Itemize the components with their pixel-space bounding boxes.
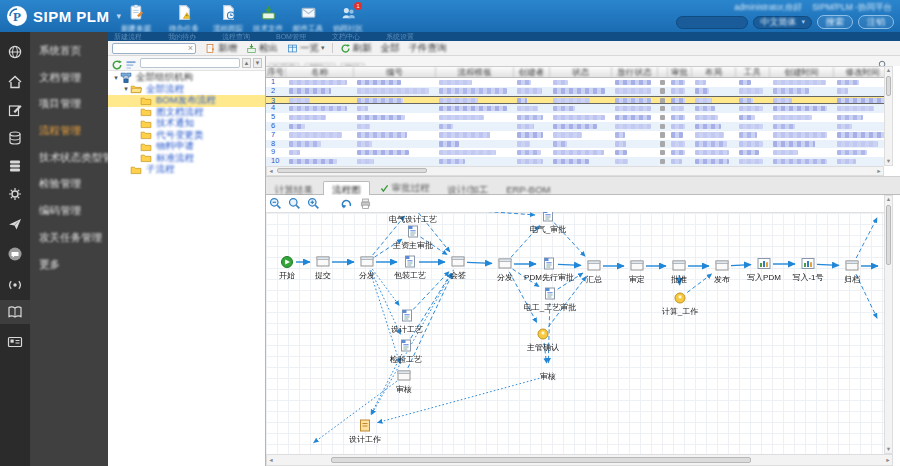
table-row-5[interactable]: 5: [266, 113, 884, 122]
table-row-9[interactable]: 9: [266, 148, 884, 157]
sidebar-item-8[interactable]: 更多: [39, 258, 60, 272]
module-strip-item-1[interactable]: 我的待办: [168, 32, 196, 42]
sidebar-item-7[interactable]: 攻关任务管理: [39, 231, 102, 245]
tree-filter-input[interactable]: [140, 58, 240, 68]
flow-toolbar: [266, 195, 884, 212]
logout-button[interactable]: 注销: [858, 15, 894, 29]
header-tool-new-doc[interactable]: 新建单据: [114, 4, 158, 34]
tree-expand-icon[interactable]: ▾: [122, 85, 130, 93]
flow-vertical-scrollbar[interactable]: ▲▼: [884, 195, 893, 454]
column-header-12[interactable]: 修改时间: [834, 67, 884, 78]
table-row-4[interactable]: 4: [266, 104, 884, 113]
column-header-7[interactable]: [658, 67, 668, 78]
quick-search-input[interactable]: [115, 44, 183, 53]
header-tool-todo-tasks[interactable]: 待办任务: [162, 4, 206, 34]
module-strip-item-4[interactable]: 文档中心: [332, 32, 360, 42]
table-row-3[interactable]: 3: [266, 96, 884, 105]
book-icon[interactable]: [0, 300, 30, 324]
sidebar-item-5[interactable]: 检验管理: [39, 177, 81, 191]
broadcast-icon[interactable]: [7, 276, 23, 292]
database-icon[interactable]: [7, 130, 23, 146]
column-header-9[interactable]: 布局: [692, 67, 736, 78]
toolbar-button-3[interactable]: 刷新: [337, 42, 375, 55]
toolbar-button-label: 子件查询: [409, 42, 447, 55]
tree-move-down-button[interactable]: ▼: [253, 58, 262, 68]
tree-node-8[interactable]: 子流程: [108, 164, 265, 176]
gear-icon[interactable]: [7, 186, 23, 202]
toolbar-button-label: 一览: [300, 42, 319, 55]
table-vertical-scrollbar[interactable]: ▲▼: [884, 66, 893, 166]
sidebar-item-0[interactable]: 系统首页: [39, 44, 81, 58]
sidebar-item-1[interactable]: 文档管理: [39, 71, 81, 85]
table-row-2[interactable]: 2: [266, 87, 884, 96]
sidebar-item-3[interactable]: 流程管理: [39, 124, 81, 138]
layers-icon[interactable]: [7, 158, 23, 174]
tree-refresh-icon[interactable]: [111, 57, 123, 69]
undo-icon[interactable]: [337, 195, 356, 216]
table-row-6[interactable]: 6: [266, 122, 884, 131]
column-header-6[interactable]: 放行状态: [612, 67, 658, 78]
globe-icon[interactable]: [7, 44, 23, 60]
module-strip-item-3[interactable]: BOM管理: [276, 32, 306, 42]
module-strip-item-5[interactable]: 系统设置: [386, 32, 414, 42]
tree-node-7[interactable]: 标准流程: [108, 153, 265, 165]
zoom-out-icon[interactable]: [266, 195, 285, 216]
app-logo[interactable]: P SIPM PLM ▾: [6, 4, 121, 28]
idcard-icon[interactable]: [7, 334, 23, 350]
user-greeting: administrator,你好 SIPM/PLM -协同平台: [734, 2, 892, 14]
header-tool-tech-docs[interactable]: 技术文件: [246, 4, 290, 34]
toolbar-button-4[interactable]: 全部: [378, 42, 403, 55]
flow-canvas[interactable]: [266, 212, 884, 454]
zoom-in-icon[interactable]: [304, 195, 323, 216]
sidebar-item-4[interactable]: 技术状态类型管理: [39, 151, 109, 165]
column-header-11[interactable]: 创建时间: [770, 67, 834, 78]
header-tool-mail-tool[interactable]: 邮件工具: [286, 4, 330, 34]
tree-collapse-icon[interactable]: [125, 57, 137, 69]
zoom-icon[interactable]: [285, 195, 304, 216]
toolbar-button-0[interactable]: 新增: [202, 42, 240, 55]
tree-move-up-button[interactable]: ▲: [242, 58, 251, 68]
table-header: 序号名称编号流程模板创建者状态放行状态审批布局工具创建时间修改时间启动: [266, 66, 884, 78]
sidebar-item-2[interactable]: 项目管理: [39, 97, 81, 111]
tree-panel: ▲ ▼ ▾ 全部组织机构 ▾ 全部流程 BOM发布流程 图文档流程 技术通知 代…: [108, 56, 266, 466]
chat-icon[interactable]: [7, 246, 23, 262]
column-header-0[interactable]: 序号: [266, 67, 286, 78]
table-row-7[interactable]: 7: [266, 131, 884, 140]
clear-search-icon[interactable]: ×: [188, 43, 193, 53]
table-row-10[interactable]: 10: [266, 157, 884, 166]
flow-horizontal-scrollbar[interactable]: ◄ ►: [266, 454, 893, 466]
column-header-5[interactable]: 状态: [550, 67, 612, 78]
table-row-8[interactable]: 8: [266, 140, 884, 149]
print-icon[interactable]: [356, 195, 375, 216]
column-header-8[interactable]: 审批: [668, 67, 692, 78]
toolbar-button-1[interactable]: 检出: [243, 42, 281, 55]
column-header-2[interactable]: 编号: [354, 67, 436, 78]
table-search-icon[interactable]: [878, 56, 888, 66]
row-number: 8: [266, 140, 286, 149]
sidebar-item-6[interactable]: 编码管理: [39, 204, 81, 218]
search-button[interactable]: 搜索: [817, 15, 853, 29]
header-search-input[interactable]: [676, 16, 748, 29]
home-icon[interactable]: [7, 74, 23, 90]
column-header-3[interactable]: 流程模板: [436, 67, 514, 78]
column-header-4[interactable]: 创建者: [514, 67, 550, 78]
header-tool-community[interactable]: 1 协同社区: [326, 4, 370, 34]
table-row-1[interactable]: 1: [266, 78, 884, 87]
language-select[interactable]: 中文简体 ▾: [753, 16, 812, 29]
table-horizontal-scrollbar[interactable]: ◄ ►: [266, 166, 884, 176]
edit-icon[interactable]: [7, 102, 23, 118]
column-header-10[interactable]: 工具: [736, 67, 770, 78]
module-strip-item-0[interactable]: 新建流程: [114, 32, 142, 42]
header-tool-flow-trace[interactable]: 流程跟踪: [206, 4, 250, 34]
send-icon[interactable]: [7, 216, 23, 232]
row-number: 10: [266, 157, 286, 166]
column-header-1[interactable]: 名称: [286, 67, 354, 78]
tree-expand-icon[interactable]: ▾: [112, 74, 120, 82]
toolbar-button-2[interactable]: 一览▾: [284, 42, 328, 55]
tab-2[interactable]: 审批过程: [372, 180, 438, 196]
table-body: 12345678910: [266, 78, 884, 166]
tree-node-0[interactable]: ▾ 全部组织机构: [108, 72, 265, 84]
toolbar-separator: [332, 43, 333, 53]
module-strip-item-2[interactable]: 流程查询: [222, 32, 250, 42]
toolbar-button-5[interactable]: 子件查询: [406, 42, 450, 55]
